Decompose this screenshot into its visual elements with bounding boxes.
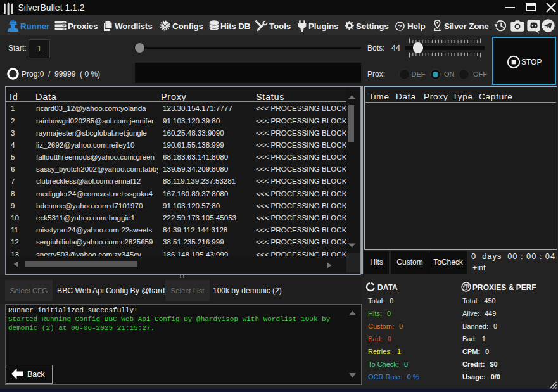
svg-text:?: ? (398, 23, 402, 30)
